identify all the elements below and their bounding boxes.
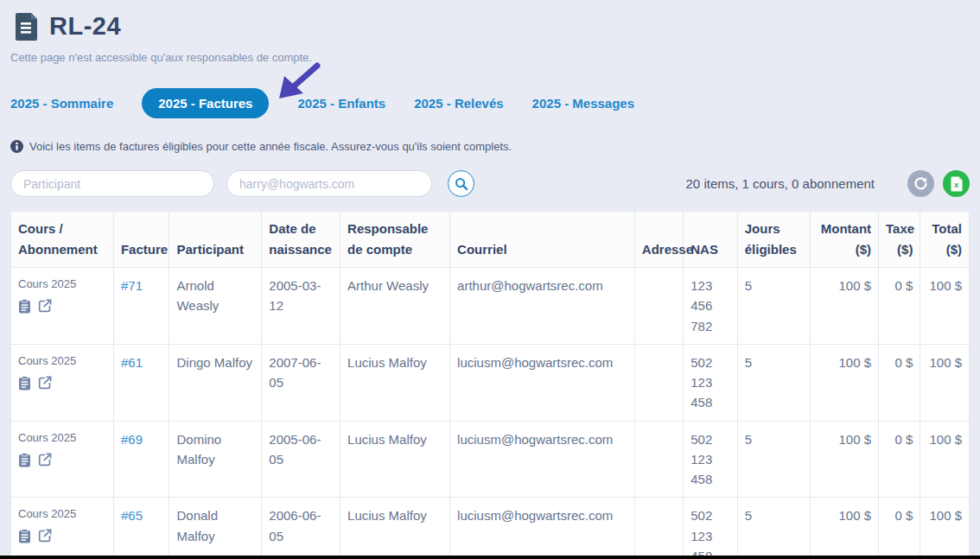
tab-label: 2025 - Enfants xyxy=(297,96,385,111)
email-filter-input[interactable] xyxy=(226,170,432,197)
address-cell xyxy=(634,498,683,559)
nas-cell: 502 123 458 xyxy=(684,421,738,498)
amount-cell: 100 $ xyxy=(811,498,879,559)
tab-2025-relev-s[interactable]: 2025 - Relevés xyxy=(414,96,503,111)
external-link-icon[interactable] xyxy=(38,453,52,467)
clipboard-icon[interactable] xyxy=(18,376,31,391)
items-summary: 20 items, 1 cours, 0 abonnement xyxy=(686,176,875,191)
document-icon xyxy=(16,12,39,41)
facture-link[interactable]: #71 xyxy=(121,278,143,293)
eligible-days-cell: 5 xyxy=(737,268,811,345)
column-header: Facture xyxy=(113,212,169,268)
address-cell xyxy=(634,344,683,421)
facture-link[interactable]: #65 xyxy=(121,508,143,523)
external-link-icon[interactable] xyxy=(38,299,52,313)
search-icon xyxy=(455,177,468,191)
facture-cell: #71 xyxy=(113,268,169,345)
table-body: Cours 2025 #71 Arnold Weasly 2005-03-12 … xyxy=(11,268,970,559)
clipboard-icon[interactable] xyxy=(18,453,31,467)
course-cell: Cours 2025 xyxy=(11,268,114,345)
course-label: Cours 2025 xyxy=(18,277,76,290)
page-subtitle: Cette page n'est accessible qu'aux respo… xyxy=(10,51,970,64)
refresh-icon xyxy=(913,176,928,191)
rl24-page: RL-24 Cette page n'est accessible qu'aux… xyxy=(0,0,980,559)
tab-2025-enfants[interactable]: 2025 - Enfants xyxy=(297,96,385,111)
birthdate-cell: 2007-06-05 xyxy=(262,344,340,421)
tab-label: 2025 - Factures xyxy=(158,96,252,111)
tabs: 2025 - Sommaire2025 - Factures2025 - Enf… xyxy=(10,86,970,119)
course-label: Cours 2025 xyxy=(18,431,76,444)
nas-cell: 123 456 782 xyxy=(684,268,738,345)
excel-file-icon: x xyxy=(950,176,964,192)
tab-2025-sommaire[interactable]: 2025 - Sommaire xyxy=(10,96,113,111)
participant-cell: Dingo Malfoy xyxy=(169,344,262,421)
facture-link[interactable]: #61 xyxy=(121,355,143,370)
tax-cell: 0 $ xyxy=(879,421,920,498)
info-note-text: Voici les items de factures éligibles po… xyxy=(29,140,512,153)
column-header: Total ($) xyxy=(920,212,970,268)
info-note: Voici les items de factures éligibles po… xyxy=(10,140,970,153)
total-cell: 100 $ xyxy=(920,498,970,559)
nas-cell: 502 123 458 xyxy=(684,498,738,559)
participant-cell: Donald Malfoy xyxy=(169,498,262,559)
course-cell: Cours 2025 xyxy=(11,421,114,498)
birthdate-cell: 2005-03-12 xyxy=(262,268,340,345)
column-header: Responsable de compte xyxy=(340,212,450,268)
export-excel-button[interactable]: x xyxy=(943,170,970,197)
window-bottom-edge xyxy=(0,556,980,559)
nas-cell: 502 123 458 xyxy=(684,344,738,421)
column-header: Montant ($) xyxy=(811,212,879,268)
email-cell: luciusm@hogwartsrec.com xyxy=(450,344,635,421)
search-button[interactable] xyxy=(448,170,474,197)
tab-label: 2025 - Relevés xyxy=(414,96,503,111)
column-header: Cours / Abonnement xyxy=(11,212,114,268)
tax-cell: 0 $ xyxy=(879,344,920,421)
amount-cell: 100 $ xyxy=(811,268,879,345)
invoices-table: Cours / AbonnementFactureParticipantDate… xyxy=(10,211,970,559)
page-title: RL-24 xyxy=(49,12,121,41)
participant-cell: Arnold Weasly xyxy=(169,268,262,345)
eligible-days-cell: 5 xyxy=(737,344,811,421)
clipboard-icon[interactable] xyxy=(18,529,31,543)
column-header: Courriel xyxy=(450,212,635,268)
table-row: Cours 2025 #71 Arnold Weasly 2005-03-12 … xyxy=(11,268,970,345)
external-link-icon[interactable] xyxy=(38,529,52,543)
facture-cell: #69 xyxy=(113,421,169,498)
table-header-row: Cours / AbonnementFactureParticipantDate… xyxy=(11,212,970,268)
table-row: Cours 2025 #65 Donald Malfoy 2006-06-05 … xyxy=(11,498,970,559)
eligible-days-cell: 5 xyxy=(737,498,811,559)
address-cell xyxy=(634,268,683,345)
tax-cell: 0 $ xyxy=(879,268,920,345)
external-link-icon[interactable] xyxy=(38,376,52,390)
column-header: Date de naissance xyxy=(262,212,340,268)
participant-cell: Domino Malfoy xyxy=(169,421,262,498)
tab-2025-factures[interactable]: 2025 - Factures xyxy=(142,88,269,118)
total-cell: 100 $ xyxy=(920,268,970,345)
birthdate-cell: 2006-06-05 xyxy=(262,498,340,559)
course-cell: Cours 2025 xyxy=(11,498,114,559)
account-holder-cell: Lucius Malfoy xyxy=(340,421,450,498)
table-row: Cours 2025 #69 Domino Malfoy 2005-06-05 … xyxy=(11,421,970,498)
column-header: Participant xyxy=(169,212,262,268)
email-cell: arthur@hogwartsrec.com xyxy=(450,268,635,345)
column-header: NAS xyxy=(684,212,738,268)
tab-label: 2025 - Sommaire xyxy=(10,96,113,111)
facture-link[interactable]: #69 xyxy=(121,432,143,447)
tab-2025-messages[interactable]: 2025 - Messages xyxy=(532,96,634,111)
refresh-button[interactable] xyxy=(907,170,934,197)
eligible-days-cell: 5 xyxy=(737,421,811,498)
course-cell: Cours 2025 xyxy=(11,344,114,421)
facture-cell: #61 xyxy=(113,344,169,421)
tabs-section: 2025 - Sommaire2025 - Factures2025 - Enf… xyxy=(10,86,970,119)
amount-cell: 100 $ xyxy=(811,421,879,498)
svg-text:x: x xyxy=(953,180,958,189)
participant-filter-input[interactable] xyxy=(10,170,214,197)
total-cell: 100 $ xyxy=(920,344,970,421)
clipboard-icon[interactable] xyxy=(18,299,31,314)
filter-bar: 20 items, 1 cours, 0 abonnement x xyxy=(10,170,970,197)
tax-cell: 0 $ xyxy=(879,498,920,559)
address-cell xyxy=(634,421,683,498)
account-holder-cell: Arthur Weasly xyxy=(340,268,450,345)
course-label: Cours 2025 xyxy=(18,507,76,520)
table-row: Cours 2025 #61 Dingo Malfoy 2007-06-05 L… xyxy=(11,344,970,421)
